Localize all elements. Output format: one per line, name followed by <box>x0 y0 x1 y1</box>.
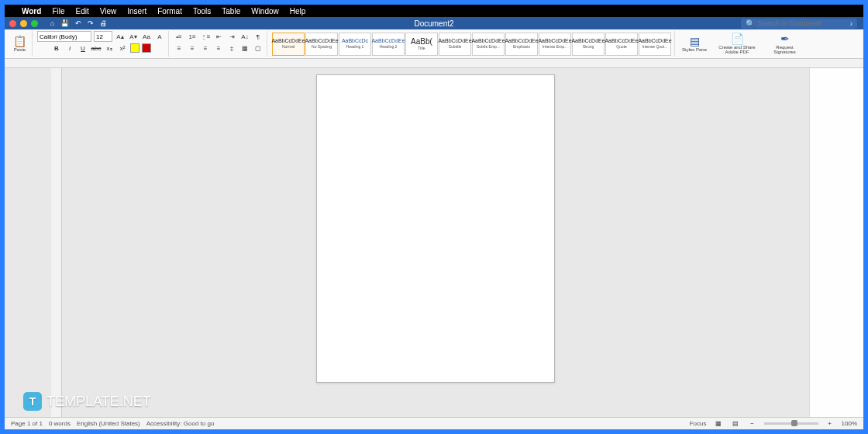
style-subtle-emp-[interactable]: AaBbCcDdEeSubtle Emp... <box>472 33 505 56</box>
ribbon: 📋 Paste A▴ A▾ Aa A B I U abc x₂ x² <box>5 29 863 59</box>
app-name[interactable]: Word <box>22 7 41 16</box>
strikethrough-button[interactable]: abc <box>91 43 102 53</box>
document-workspace <box>5 68 863 417</box>
shading-button[interactable]: ▦ <box>239 43 250 53</box>
style-preview: AaBbCcDdEe <box>505 38 538 44</box>
close-window-button[interactable] <box>9 20 16 27</box>
zoom-slider[interactable] <box>764 422 818 425</box>
menu-help[interactable]: Help <box>290 7 306 16</box>
pdf-icon: 📄 <box>731 33 744 44</box>
signature-icon: ✒ <box>780 33 790 44</box>
document-page[interactable] <box>316 74 555 383</box>
increase-font-button[interactable]: A▴ <box>115 31 126 42</box>
vertical-ruler[interactable] <box>51 68 62 417</box>
font-size-select[interactable] <box>94 31 112 42</box>
menu-view[interactable]: View <box>100 7 117 16</box>
request-signatures-button[interactable]: ✒ Request Signatures <box>765 32 804 56</box>
style-intense-quot-[interactable]: AaBbCcDdEeIntense Quot... <box>639 33 671 56</box>
print-icon[interactable]: 🖨 <box>100 19 107 27</box>
multilevel-button[interactable]: ⋮≡ <box>200 31 211 42</box>
paste-button[interactable]: 📋 Paste <box>11 34 29 53</box>
menu-window[interactable]: Window <box>251 7 279 16</box>
search-input[interactable] <box>758 19 847 27</box>
style-label: Emphasis <box>513 45 530 50</box>
borders-button[interactable]: ▢ <box>253 43 264 53</box>
style-title[interactable]: AaBb(Title <box>405 33 438 56</box>
search-box[interactable]: 🔍 › <box>741 19 857 29</box>
style-strong[interactable]: AaBbCcDdEeStrong <box>572 33 604 56</box>
style-quote[interactable]: AaBbCcDdEeQuote <box>605 33 638 56</box>
traffic-lights <box>9 20 38 27</box>
align-left-button[interactable]: ≡ <box>174 43 184 53</box>
accessibility-indicator[interactable]: Accessibility: Good to go <box>146 420 215 427</box>
zoom-in-button[interactable]: + <box>825 418 835 429</box>
horizontal-ruler[interactable] <box>5 59 863 68</box>
font-name-select[interactable] <box>37 31 91 42</box>
language-indicator[interactable]: English (United States) <box>77 420 140 427</box>
style-heading-1[interactable]: AaBbCcDcHeading 1 <box>339 33 371 56</box>
font-color-button[interactable] <box>142 43 151 53</box>
highlight-color-button[interactable] <box>130 43 140 53</box>
page-canvas <box>62 68 809 417</box>
styles-pane-button[interactable]: ▤ Styles Pane <box>680 34 709 53</box>
decrease-font-button[interactable]: A▾ <box>128 31 139 42</box>
show-marks-button[interactable]: ¶ <box>253 31 264 42</box>
page-indicator[interactable]: Page 1 of 1 <box>11 420 43 427</box>
styles-group: AaBbCcDdEeNormalAaBbCcDdEeNo SpacingAaBb… <box>269 31 675 57</box>
underline-button[interactable]: U <box>78 43 88 53</box>
menu-edit[interactable]: Edit <box>76 7 89 16</box>
zoom-level[interactable]: 100% <box>842 420 857 427</box>
style-preview: AaBbCcDdEe <box>604 38 638 44</box>
superscript-button[interactable]: x² <box>117 43 128 53</box>
create-pdf-button[interactable]: 📄 Create and Share Adobe PDF <box>711 32 763 56</box>
word-count[interactable]: 0 words <box>49 420 71 427</box>
save-icon[interactable]: 💾 <box>60 19 69 27</box>
menu-file[interactable]: File <box>52 7 64 16</box>
style-label: Normal <box>282 45 294 50</box>
style-no-spacing[interactable]: AaBbCcDdEeNo Spacing <box>305 33 338 56</box>
decrease-indent-button[interactable]: ⇤ <box>213 31 224 42</box>
style-label: Subtitle <box>449 45 462 50</box>
menu-tools[interactable]: Tools <box>193 7 211 16</box>
style-normal[interactable]: AaBbCcDdEeNormal <box>272 33 305 56</box>
macos-menubar: Word File Edit View Insert Format Tools … <box>5 5 863 17</box>
zoom-window-button[interactable] <box>31 20 38 27</box>
home-icon[interactable]: ⌂ <box>50 19 54 27</box>
align-right-button[interactable]: ≡ <box>200 43 211 53</box>
web-layout-view-icon[interactable]: ▤ <box>730 418 741 429</box>
style-heading-2[interactable]: AaBbCcDdEeHeading 2 <box>372 33 405 56</box>
zoom-out-button[interactable]: − <box>747 418 758 429</box>
increase-indent-button[interactable]: ⇥ <box>226 31 237 42</box>
style-preview: AaBb( <box>411 37 432 46</box>
minimize-window-button[interactable] <box>20 20 27 27</box>
print-layout-view-icon[interactable]: ▦ <box>713 418 724 429</box>
bullets-button[interactable]: •≡ <box>174 31 184 42</box>
document-title: Document2 <box>414 19 453 28</box>
redo-icon[interactable]: ↷ <box>88 19 94 27</box>
menu-format[interactable]: Format <box>157 7 182 16</box>
justify-button[interactable]: ≡ <box>213 43 224 53</box>
style-preview: AaBbCcDdEe <box>538 38 571 44</box>
sort-button[interactable]: A↓ <box>239 31 250 42</box>
menu-insert[interactable]: Insert <box>127 7 146 16</box>
focus-mode-button[interactable]: Focus <box>690 420 707 427</box>
change-case-button[interactable]: Aa <box>141 31 152 42</box>
italic-button[interactable]: I <box>64 43 75 53</box>
bold-button[interactable]: B <box>51 43 62 53</box>
line-spacing-button[interactable]: ‡ <box>226 43 237 53</box>
subscript-button[interactable]: x₂ <box>104 43 115 53</box>
style-preview: AaBbCcDdEe <box>638 38 671 44</box>
align-center-button[interactable]: ≡ <box>187 43 198 53</box>
undo-icon[interactable]: ↶ <box>75 19 81 27</box>
styles-gallery: AaBbCcDdEeNormalAaBbCcDdEeNo SpacingAaBb… <box>272 33 671 56</box>
style-label: Intense Emp... <box>542 45 567 50</box>
style-intense-emp-[interactable]: AaBbCcDdEeIntense Emp... <box>539 33 571 56</box>
chevron-right-icon[interactable]: › <box>850 19 852 28</box>
style-preview: AaBbCcDdEe <box>305 38 338 44</box>
right-margin-area <box>809 68 863 417</box>
clear-formatting-button[interactable]: A <box>154 31 165 42</box>
style-subtitle[interactable]: AaBbCcDdEeSubtitle <box>439 33 471 56</box>
menu-table[interactable]: Table <box>222 7 240 16</box>
style-emphasis[interactable]: AaBbCcDdEeEmphasis <box>505 33 538 56</box>
numbering-button[interactable]: 1≡ <box>187 31 198 42</box>
